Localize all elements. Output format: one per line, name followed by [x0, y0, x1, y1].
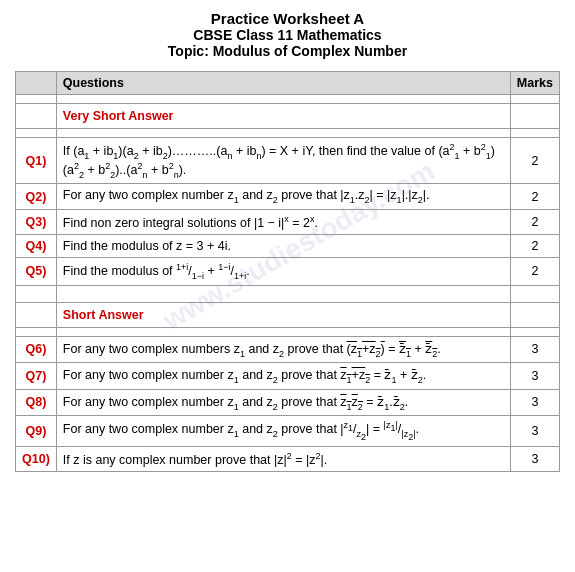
question-text: Find the modulus of z = 3 + 4i. — [56, 234, 510, 257]
question-marks: 3 — [510, 416, 559, 446]
header-subtitle: CBSE Class 11 Mathematics — [15, 27, 560, 43]
question-text: If (a1 + ib1)(a2 + ib2)………..(an + ibn) =… — [56, 138, 510, 184]
section1-label: Very Short Answer — [56, 104, 510, 129]
question-marks: 2 — [510, 184, 559, 210]
question-number: Q9) — [16, 416, 57, 446]
question-marks: 3 — [510, 336, 559, 363]
header-topic: Topic: Modulus of Complex Number — [15, 43, 560, 59]
question-marks: 2 — [510, 257, 559, 285]
question-number: Q5) — [16, 257, 57, 285]
spacer-row2 — [16, 129, 560, 138]
spacer-row — [16, 285, 560, 294]
section2-label: Short Answer — [56, 302, 510, 327]
table-row: Q10)If z is any complex number prove tha… — [16, 446, 560, 471]
section2-qnum — [16, 302, 57, 327]
worksheet-table: Questions Marks Very Short Answer Q1)If … — [15, 71, 560, 472]
question-number: Q2) — [16, 184, 57, 210]
section1-marks — [510, 104, 559, 129]
col-header-qnum — [16, 72, 57, 95]
question-text: For any two complex number z1 and z2 pro… — [56, 363, 510, 390]
question-marks: 2 — [510, 209, 559, 234]
question-number: Q7) — [16, 363, 57, 390]
table-row: Q1)If (a1 + ib1)(a2 + ib2)………..(an + ibn… — [16, 138, 560, 184]
table-row: Q5)Find the modulus of 1+i/1−i + 1−i/1+i… — [16, 257, 560, 285]
question-number: Q6) — [16, 336, 57, 363]
spacer-row — [16, 95, 560, 104]
col-header-questions: Questions — [56, 72, 510, 95]
table-row: Q3)Find non zero integral solutions of |… — [16, 209, 560, 234]
table-row: Q6)For any two complex numbers z1 and z2… — [16, 336, 560, 363]
section2-marks — [510, 302, 559, 327]
question-number: Q8) — [16, 389, 57, 416]
question-number: Q3) — [16, 209, 57, 234]
table-row: Q2)For any two complex number z1 and z2 … — [16, 184, 560, 210]
question-marks: 3 — [510, 363, 559, 390]
table-row: Q9)For any two complex number z1 and z2 … — [16, 416, 560, 446]
question-text: For any two complex number z1 and z2 pro… — [56, 416, 510, 446]
question-text: For any two complex number z1 and z2 pro… — [56, 389, 510, 416]
table-row: Q7)For any two complex number z1 and z2 … — [16, 363, 560, 390]
question-text: For any two complex number z1 and z2 pro… — [56, 184, 510, 210]
question-marks: 3 — [510, 389, 559, 416]
question-text: Find non zero integral solutions of |1 −… — [56, 209, 510, 234]
question-text: If z is any complex number prove that |z… — [56, 446, 510, 471]
spacer-row — [16, 327, 560, 336]
section1-header-row: Very Short Answer — [16, 104, 560, 129]
table-header-row: Questions Marks — [16, 72, 560, 95]
question-marks: 2 — [510, 138, 559, 184]
question-marks: 2 — [510, 234, 559, 257]
question-text: Find the modulus of 1+i/1−i + 1−i/1+i. — [56, 257, 510, 285]
question-number: Q4) — [16, 234, 57, 257]
table-row: Q4)Find the modulus of z = 3 + 4i.2 — [16, 234, 560, 257]
spacer-row — [16, 294, 560, 303]
question-marks: 3 — [510, 446, 559, 471]
section1-qnum — [16, 104, 57, 129]
page-header: Practice Worksheet A CBSE Class 11 Mathe… — [15, 10, 560, 59]
question-number: Q1) — [16, 138, 57, 184]
table-row: Q8)For any two complex number z1 and z2 … — [16, 389, 560, 416]
col-header-marks: Marks — [510, 72, 559, 95]
header-title: Practice Worksheet A — [15, 10, 560, 27]
question-number: Q10) — [16, 446, 57, 471]
section2-header-row: Short Answer — [16, 302, 560, 327]
question-text: For any two complex numbers z1 and z2 pr… — [56, 336, 510, 363]
